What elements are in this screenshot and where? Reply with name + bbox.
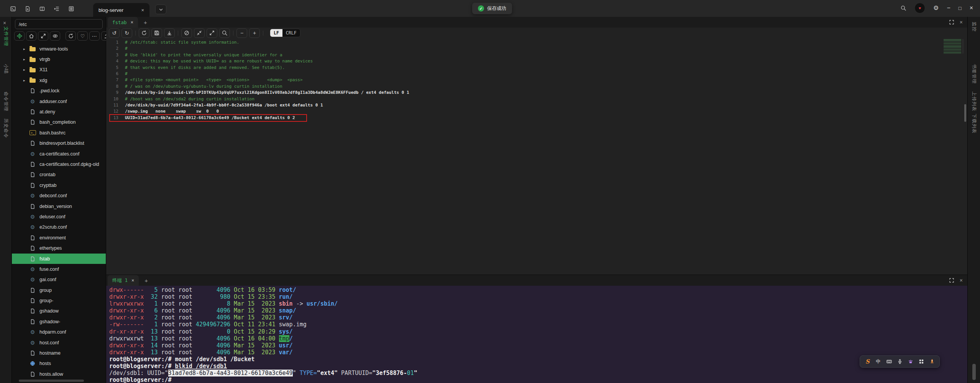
left-strip-tab[interactable]: 小喵 — [3, 64, 9, 74]
new-file-icon[interactable] — [24, 5, 31, 13]
file-name: environment — [39, 235, 66, 241]
file-item-crontab[interactable]: crontab — [12, 170, 106, 180]
file-item-vtrgb[interactable]: ▸vtrgb — [12, 54, 106, 64]
file-item-X11[interactable]: ▸X11 — [12, 65, 106, 75]
file-item-group[interactable]: group — [12, 285, 106, 295]
tree-view-icon[interactable] — [53, 5, 61, 13]
list-view-icon[interactable] — [67, 5, 75, 13]
home-button[interactable] — [26, 31, 36, 41]
favorite-button[interactable]: ♡ — [77, 31, 88, 41]
lf-button[interactable]: LF — [270, 29, 282, 37]
refresh-button[interactable] — [139, 28, 149, 38]
file-item-.pwd.lock[interactable]: .pwd.lock — [12, 86, 106, 96]
ime-zh-icon[interactable]: 中 — [875, 358, 882, 365]
session-tab-close-icon[interactable]: × — [141, 7, 144, 13]
more-button[interactable]: ⋯ — [89, 31, 100, 41]
right-strip-tab[interactable]: 上传列表 — [971, 92, 977, 111]
locate-button[interactable] — [14, 31, 25, 41]
file-item-e2scrub.conf[interactable]: ⚙e2scrub.conf — [12, 222, 106, 232]
file-item-debian_version[interactable]: debian_version — [12, 201, 106, 211]
file-item-bash_completion[interactable]: bash_completion — [12, 117, 106, 128]
editor-tab-fstab[interactable]: fstab × — [108, 17, 138, 28]
file-item-crypttab[interactable]: crypttab — [12, 180, 106, 190]
right-strip-tab[interactable]: 书签管理 — [971, 64, 977, 84]
path-input[interactable] — [15, 19, 103, 29]
file-item-debconf.conf[interactable]: ⚙debconf.conf — [12, 190, 106, 201]
file-item-gai.conf[interactable]: ⚙gai.conf — [12, 275, 106, 285]
eye-button[interactable] — [50, 31, 60, 41]
session-tab-blog-server[interactable]: blog-server × — [93, 3, 149, 17]
file-item-fstab[interactable]: fstab — [12, 254, 106, 264]
close-pane-icon[interactable]: × — [960, 19, 963, 25]
split-layout-icon[interactable] — [38, 5, 46, 13]
file-item-fuse.conf[interactable]: ⚙fuse.conf — [12, 264, 106, 274]
crlf-button[interactable]: CRLF — [282, 29, 300, 37]
search-icon[interactable] — [900, 5, 906, 11]
file-item-group-[interactable]: group- — [12, 295, 106, 306]
settings-gear-icon[interactable]: ⚙ — [933, 5, 939, 11]
file-item-hosts.allow[interactable]: hosts.allow — [12, 369, 106, 379]
file-item-ca-certificates.conf[interactable]: ⚙ca-certificates.conf — [12, 149, 106, 159]
apps-grid-icon[interactable] — [918, 358, 924, 365]
right-scrollbar-thumb[interactable] — [972, 364, 976, 380]
redo-button[interactable]: ↻ — [121, 28, 132, 38]
session-dropdown-button[interactable] — [155, 5, 166, 14]
font-minus-button[interactable]: − — [236, 28, 247, 38]
download-button[interactable] — [164, 28, 175, 38]
file-item-hostname[interactable]: hostname — [12, 348, 106, 358]
editor-content[interactable]: 1# /etc/fstab: static file system inform… — [106, 38, 967, 275]
file-item-ethertypes[interactable]: ethertypes — [12, 243, 106, 253]
keyboard-icon[interactable] — [886, 358, 892, 365]
file-item-ca-certificates.conf.dpkg-old[interactable]: ca-certificates.conf.dpkg-old — [12, 159, 106, 169]
left-strip-tab[interactable]: 历史命令 — [3, 118, 9, 138]
line-number: 10 — [106, 96, 118, 102]
file-item-xdg[interactable]: ▸xdg — [12, 75, 106, 85]
no-wrap-button[interactable] — [181, 28, 192, 38]
new-terminal-icon[interactable] — [9, 5, 17, 13]
terminal-line: root@blogserver:/# — [109, 376, 967, 383]
file-item-host.conf[interactable]: ⚙host.conf — [12, 337, 106, 348]
logo-icon[interactable]: S — [864, 358, 871, 365]
user-avatar[interactable]: ♥ — [914, 3, 925, 13]
expand-button[interactable] — [207, 28, 217, 38]
file-item-deluser.conf[interactable]: ⚙deluser.conf — [12, 211, 106, 222]
left-strip-tab[interactable]: 文件管理 — [3, 26, 9, 46]
file-item-at.deny[interactable]: at.deny — [12, 106, 106, 117]
paw-icon[interactable] — [907, 358, 914, 365]
maximize-button[interactable]: □ — [959, 5, 962, 11]
file-item-gshadow[interactable]: gshadow — [12, 306, 106, 316]
file-item-hosts[interactable]: hosts — [12, 358, 106, 369]
mic-icon[interactable] — [896, 358, 903, 365]
minimize-button[interactable]: − — [947, 5, 950, 11]
terminal-output[interactable]: drwx------ 5 root root 4096 Oct 16 03:59… — [106, 286, 967, 383]
collapse-button[interactable] — [194, 28, 205, 38]
file-item-adduser.conf[interactable]: ⚙adduser.conf — [12, 96, 106, 106]
file-item-hdparm.conf[interactable]: ⚙hdparm.conf — [12, 327, 106, 337]
file-item-vmware-tools[interactable]: ▸vmware-tools — [12, 44, 106, 54]
right-strip-tab[interactable]: 监控 — [971, 22, 977, 32]
left-strip-tab[interactable]: 命令管理 — [3, 92, 9, 111]
search-button[interactable] — [219, 28, 230, 38]
close-window-button[interactable]: × — [970, 5, 973, 11]
expand-pane-icon[interactable] — [949, 19, 955, 25]
close-panel-button[interactable]: × — [3, 20, 6, 26]
terminal-tab-close-icon[interactable]: × — [131, 278, 134, 283]
save-button[interactable] — [151, 28, 162, 38]
file-item-bindresvport.blacklist[interactable]: bindresvport.blacklist — [12, 138, 106, 149]
right-strip-tab[interactable]: 下载列表 — [971, 114, 977, 134]
horizontal-scrollbar[interactable] — [19, 380, 84, 382]
font-plus-button[interactable]: + — [249, 28, 260, 38]
rocket-icon[interactable] — [929, 358, 935, 365]
refresh-button[interactable] — [66, 31, 76, 41]
file-item-bash.bashrc[interactable]: >_bash.bashrc — [12, 128, 106, 138]
close-pane-icon[interactable]: × — [960, 277, 963, 283]
new-editor-tab-button[interactable]: + — [144, 19, 147, 26]
file-item-gshadow-[interactable]: gshadow- — [12, 316, 106, 327]
expand-pane-icon[interactable] — [949, 277, 955, 283]
resize-button[interactable] — [38, 31, 48, 41]
new-terminal-tab-button[interactable]: + — [144, 277, 148, 284]
file-item-environment[interactable]: environment — [12, 232, 106, 243]
undo-button[interactable]: ↺ — [109, 28, 120, 38]
terminal-tab-1[interactable]: 终端 1 × — [108, 275, 139, 286]
editor-tab-close-icon[interactable]: × — [131, 20, 133, 25]
